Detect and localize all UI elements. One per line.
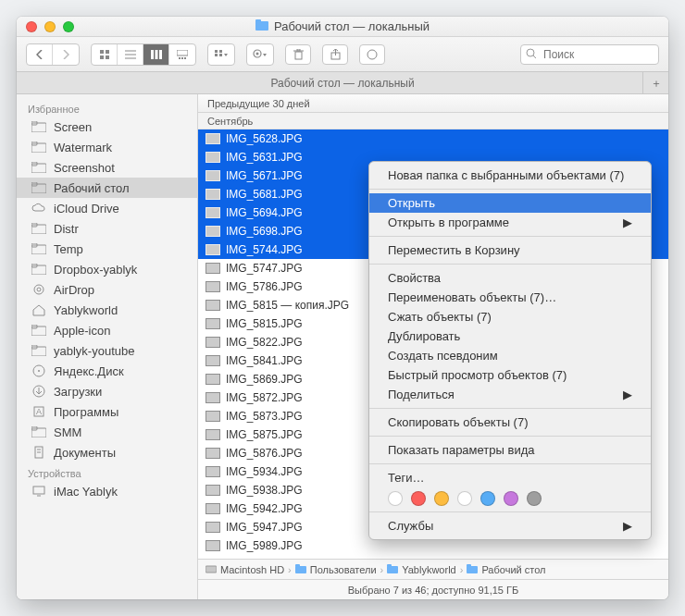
sidebar-item[interactable]: Distr (17, 218, 197, 239)
context-menu-item[interactable]: Поделиться▶ (369, 385, 651, 404)
sidebar-item[interactable]: SMM (17, 422, 197, 442)
path-segment[interactable]: Yablykworld (402, 564, 456, 575)
svg-text:A: A (36, 407, 42, 416)
sidebar-item[interactable]: Яндекс.Диск (17, 361, 197, 381)
svg-rect-1 (255, 19, 261, 23)
sidebar-item[interactable]: Screenshot (17, 157, 197, 178)
tag-color-dot[interactable] (527, 491, 542, 506)
share-button[interactable] (322, 44, 348, 65)
file-thumb-icon (206, 411, 220, 422)
context-menu-item[interactable]: Скопировать объекты (7) (369, 413, 651, 432)
context-item-label: Скопировать объекты (7) (388, 415, 529, 429)
sidebar-item-label: Загрузки (54, 385, 102, 399)
sidebar-item[interactable]: Temp (17, 239, 197, 259)
file-name: IMG_5747.JPG (226, 262, 303, 275)
context-menu-item[interactable]: Переместить в Корзину (369, 240, 651, 260)
tag-color-dot[interactable] (504, 491, 518, 506)
context-menu-item[interactable]: Показать параметры вида (369, 440, 651, 460)
context-menu-item[interactable]: Дублировать (369, 326, 651, 346)
file-name: IMG_5786.JPG (226, 280, 303, 293)
context-menu-item[interactable]: Сжать объекты (7) (369, 307, 651, 326)
path-segment[interactable]: Macintosh HD (220, 564, 284, 575)
forward-button[interactable] (53, 44, 79, 65)
context-menu-item[interactable]: Создать псевдоним (369, 346, 651, 365)
path-segment[interactable]: Рабочий стол (481, 564, 545, 575)
context-item-label: Показать параметры вида (388, 443, 534, 457)
sidebar-device[interactable]: iMac Yablyk (17, 481, 197, 501)
minimize-button[interactable] (44, 21, 56, 32)
context-menu-item[interactable]: Свойства (369, 268, 651, 288)
context-menu-separator (369, 463, 651, 464)
file-thumb-icon (206, 244, 220, 255)
sidebar-item[interactable]: yablyk-youtube (17, 340, 197, 361)
sidebar-item-label: Dropbox-yablyk (54, 263, 137, 277)
context-menu-item[interactable]: Службы▶ (369, 516, 651, 536)
svg-point-27 (367, 50, 377, 59)
tag-color-dot[interactable] (388, 491, 403, 506)
action-dropdown[interactable] (246, 43, 274, 66)
context-menu-item[interactable]: Открыть (369, 193, 651, 213)
context-menu-tags (369, 487, 651, 508)
disk-icon (31, 364, 46, 377)
context-menu-separator (369, 189, 651, 190)
svg-rect-65 (295, 564, 300, 567)
view-column-button[interactable] (143, 44, 169, 65)
file-name: IMG_5815.JPG (226, 317, 303, 330)
path-segment[interactable]: Пользователи (310, 564, 377, 575)
sidebar-item[interactable]: Screen (17, 117, 197, 137)
sidebar-item[interactable]: Рабочий стол (17, 178, 197, 198)
file-row[interactable]: IMG_5628.JPG (198, 129, 668, 148)
svg-rect-61 (33, 487, 44, 494)
tab-active[interactable]: Рабочий стол — локальный (270, 77, 414, 90)
new-tab-button[interactable]: ＋ (642, 72, 668, 94)
context-item-label: Свойства (388, 271, 441, 285)
trash-button[interactable] (285, 44, 311, 65)
context-menu-item[interactable]: Открыть в программе▶ (369, 213, 651, 232)
arrange-dropdown[interactable] (207, 43, 235, 66)
close-button[interactable] (26, 21, 37, 32)
sidebar-item[interactable]: AПрограммы (17, 401, 197, 422)
svg-line-29 (533, 55, 536, 58)
nav-back-forward (26, 43, 80, 66)
context-menu-item[interactable]: Переименовать объекты (7)… (369, 288, 651, 307)
apps-icon: A (31, 405, 46, 418)
file-thumb-icon (206, 337, 220, 348)
file-name: IMG_5822.JPG (226, 336, 303, 349)
sidebar-item-label: AirDrop (54, 283, 94, 297)
chevron-right-icon: › (380, 564, 384, 575)
tag-color-dot[interactable] (457, 491, 472, 506)
svg-rect-69 (467, 564, 471, 567)
folder-icon (31, 222, 46, 235)
tag-color-dot[interactable] (434, 491, 449, 506)
sidebar-item[interactable]: Watermark (17, 137, 197, 157)
context-menu-item[interactable]: Новая папка с выбранными объектами (7) (369, 166, 651, 185)
tags-button[interactable] (359, 44, 385, 65)
tag-color-dot[interactable] (411, 491, 426, 506)
back-button[interactable] (27, 44, 53, 65)
sidebar-item[interactable]: Dropbox-yablyk (17, 259, 197, 279)
tag-color-dot[interactable] (480, 491, 495, 506)
context-item-label: Новая папка с выбранными объектами (7) (388, 168, 624, 182)
svg-rect-19 (219, 54, 222, 56)
maximize-button[interactable] (63, 21, 74, 32)
list-group-header: Сентябрь (198, 113, 668, 129)
sidebar-item[interactable]: iCloud Drive (17, 198, 197, 218)
folder-icon (467, 564, 478, 575)
sidebar-item[interactable]: Yablykworld (17, 300, 197, 320)
file-thumb-icon (206, 300, 220, 311)
sidebar-item[interactable]: AirDrop (17, 279, 197, 300)
view-gallery-button[interactable] (169, 44, 195, 65)
sidebar-item[interactable]: Загрузки (17, 381, 197, 401)
sidebar-item-label: Yablykworld (54, 303, 118, 317)
view-list-button[interactable] (118, 44, 143, 65)
sidebar-item[interactable]: Документы (17, 442, 197, 462)
view-icon-button[interactable] (92, 44, 118, 65)
file-name: IMG_5938.JPG (226, 484, 303, 497)
folder-icon (295, 564, 306, 575)
file-thumb-icon (206, 226, 220, 237)
sidebar-item[interactable]: Apple-icon (17, 320, 197, 340)
sidebar-item-label: Watermark (54, 141, 112, 154)
sidebar-item-label: Рабочий стол (54, 181, 130, 195)
context-menu-item[interactable]: Быстрый просмотр объектов (7) (369, 365, 651, 385)
search-input[interactable] (520, 44, 659, 65)
